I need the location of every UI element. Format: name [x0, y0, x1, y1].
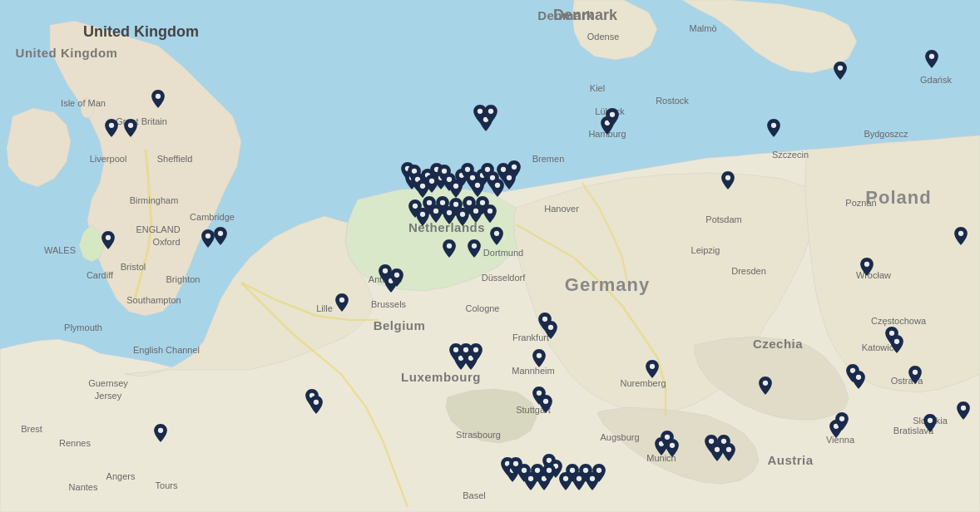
- location-pin[interactable]: [507, 160, 521, 179]
- location-pin[interactable]: [890, 335, 903, 353]
- svg-point-86: [537, 353, 542, 358]
- svg-point-54: [472, 244, 477, 249]
- location-pin[interactable]: [722, 443, 735, 461]
- location-pin[interactable]: [483, 204, 497, 223]
- svg-point-64: [958, 231, 963, 236]
- location-pin[interactable]: [852, 371, 865, 389]
- location-pin[interactable]: [468, 239, 481, 258]
- location-pin[interactable]: [201, 229, 215, 248]
- svg-point-14: [383, 268, 388, 273]
- location-pin[interactable]: [544, 321, 557, 339]
- svg-point-5: [128, 123, 133, 128]
- svg-point-83: [650, 364, 655, 369]
- svg-point-8: [205, 234, 210, 239]
- svg-point-61: [771, 123, 776, 128]
- location-pin[interactable]: [923, 414, 937, 432]
- svg-point-79: [763, 381, 768, 386]
- uk-title-label: United Kingdom: [83, 23, 199, 41]
- svg-point-52: [494, 231, 499, 236]
- svg-point-74: [839, 416, 844, 421]
- location-pin[interactable]: [443, 239, 456, 258]
- location-pin[interactable]: [767, 119, 780, 137]
- svg-point-57: [488, 109, 493, 114]
- svg-point-7: [106, 235, 111, 240]
- location-pin[interactable]: [834, 62, 847, 80]
- location-pin[interactable]: [646, 360, 659, 378]
- location-pin[interactable]: [835, 412, 849, 431]
- location-pin[interactable]: [539, 395, 552, 413]
- svg-point-88: [548, 325, 553, 330]
- svg-point-70: [913, 370, 918, 375]
- svg-point-6: [109, 123, 114, 128]
- svg-point-46: [453, 202, 458, 207]
- svg-point-72: [961, 406, 966, 411]
- location-pin[interactable]: [151, 90, 165, 108]
- location-pin[interactable]: [390, 268, 403, 287]
- svg-point-59: [610, 112, 615, 117]
- svg-point-44: [440, 200, 445, 205]
- svg-point-1: [81, 98, 94, 118]
- location-pin[interactable]: [124, 119, 137, 137]
- location-pin[interactable]: [925, 50, 938, 68]
- svg-point-65: [864, 262, 869, 267]
- svg-point-39: [512, 165, 517, 170]
- location-pin[interactable]: [105, 119, 118, 137]
- location-pin[interactable]: [309, 396, 323, 414]
- svg-point-10: [158, 428, 163, 433]
- svg-point-63: [929, 54, 934, 59]
- location-pin[interactable]: [908, 366, 922, 384]
- location-pin[interactable]: [469, 343, 483, 362]
- svg-point-36: [495, 183, 500, 188]
- denmark-label: Denmark: [553, 7, 617, 24]
- svg-point-67: [894, 339, 899, 344]
- location-pin[interactable]: [721, 171, 735, 190]
- location-pin[interactable]: [592, 464, 606, 482]
- location-pin[interactable]: [532, 349, 546, 367]
- svg-point-53: [447, 244, 452, 249]
- location-pin[interactable]: [954, 227, 968, 245]
- svg-point-51: [488, 209, 492, 214]
- svg-point-4: [156, 94, 161, 99]
- location-pin[interactable]: [606, 108, 619, 126]
- location-pin[interactable]: [154, 424, 167, 442]
- location-pin[interactable]: [542, 464, 556, 482]
- svg-point-78: [726, 447, 731, 452]
- location-pin[interactable]: [484, 105, 497, 123]
- svg-point-93: [473, 347, 478, 352]
- location-pin[interactable]: [490, 227, 503, 245]
- location-pin[interactable]: [759, 377, 772, 395]
- svg-point-16: [394, 273, 399, 278]
- svg-point-62: [838, 66, 843, 71]
- location-pin[interactable]: [666, 439, 679, 457]
- svg-point-71: [928, 418, 933, 423]
- location-pin[interactable]: [101, 231, 115, 249]
- svg-point-109: [596, 468, 601, 473]
- svg-point-12: [314, 400, 319, 405]
- map-container: United KingdomIsle of ManWALESENGLANDLiv…: [0, 0, 980, 512]
- location-pin[interactable]: [214, 227, 227, 245]
- svg-point-13: [339, 298, 344, 303]
- location-pin[interactable]: [957, 401, 970, 420]
- svg-point-69: [856, 375, 861, 380]
- location-pin[interactable]: [860, 258, 874, 276]
- svg-point-60: [725, 175, 730, 180]
- svg-point-85: [543, 399, 548, 404]
- location-pin[interactable]: [335, 293, 349, 312]
- svg-point-82: [670, 443, 675, 448]
- svg-point-9: [218, 231, 223, 236]
- svg-point-103: [547, 468, 552, 473]
